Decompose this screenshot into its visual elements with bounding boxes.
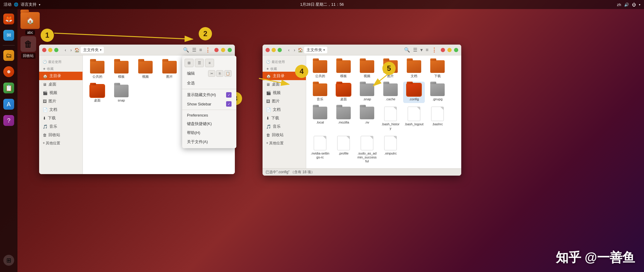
dock: 🦊 ✉ 🗂 ⊕ 📋 A ? ⊞ [0, 9, 17, 272]
fm-r-gong[interactable]: 公共的 [309, 58, 331, 80]
fm-sidebar-downloads-right[interactable]: ⬇ 下载 [263, 114, 306, 122]
dock-icon-files[interactable]: 🗂 [2, 48, 16, 62]
menu-icon-cut[interactable]: ✂ [208, 70, 215, 77]
menu-icon-copy[interactable]: ⎘ [216, 70, 223, 77]
fm-r-profile[interactable]: .profile [333, 134, 354, 165]
fm-r-documents[interactable]: 文档 [403, 58, 425, 80]
dock-icon-mail[interactable]: ✉ [2, 28, 16, 42]
fm-r-bashrc[interactable]: .bashrc [427, 105, 448, 132]
fm-sidebar-downloads-left[interactable]: ⬇ 下载 [39, 114, 82, 122]
fm-sidebar-video-left[interactable]: 🎬 视频 [39, 89, 82, 97]
fm-file-snap[interactable]: snap [110, 83, 132, 104]
fm-close-btn-right[interactable] [266, 48, 270, 52]
fm-r-bash-history[interactable]: .bash_history [380, 105, 401, 132]
fm-file-desktop[interactable]: 桌面 [86, 83, 108, 104]
fm-r-downloads[interactable]: 下载 [427, 58, 448, 80]
fm-sidebar-other-left[interactable]: + 其他位置 [39, 139, 82, 147]
menu-item-help[interactable]: 帮助(H) [182, 128, 236, 137]
fm-sidebar-trash-left[interactable]: 🗑 回收站 [39, 131, 82, 139]
fm-menu-btn-right[interactable]: ⋮ [431, 46, 438, 54]
menu-item-select-all[interactable]: 全选 [182, 79, 236, 88]
fm-r-sudo[interactable]: .sudo_as_admin_successful [356, 134, 378, 165]
fm-breadcrumb-right[interactable]: 主文件夹 ▾ [304, 47, 327, 53]
watermark: 知乎 @一善鱼 [556, 249, 635, 266]
dock-icon-notes[interactable]: 📋 [2, 81, 16, 95]
power-icon[interactable]: ⏻ [632, 2, 636, 7]
fm-search-btn-right[interactable]: 🔍 [403, 46, 411, 54]
activities-label[interactable]: 活动 [4, 2, 11, 7]
folder-icon-desktop [90, 85, 104, 97]
fm-r-mozilla[interactable]: .mozilla [333, 105, 354, 132]
fm-sidebar-pictures-left[interactable]: 🖼 图片 [39, 97, 82, 105]
menu-item-shortcuts[interactable]: 键盘快捷键(K) [182, 119, 236, 128]
fm-back-btn-right[interactable]: ‹ [287, 47, 291, 53]
menu-item-preferences[interactable]: Preferences [182, 111, 236, 119]
system-menu-arrow[interactable]: ▾ [639, 3, 640, 6]
notes-icon: 📋 [3, 83, 14, 93]
file-r-bashrc [431, 107, 444, 121]
fm-min-btn-right[interactable] [272, 48, 276, 52]
menu-icon-paste[interactable]: 📋 [224, 70, 232, 77]
topbar-right: zh 🔊 ⏻ ▾ [617, 2, 640, 7]
lang-support-label[interactable]: 语言支持 [21, 2, 36, 7]
menu-icon-compact-view[interactable]: ≡ [205, 59, 214, 67]
appstore-icon: A [3, 99, 14, 110]
dock-bottom-items: ⊞ [2, 253, 16, 269]
video-icon-left: 🎬 [43, 91, 48, 95]
fm-max-btn-right[interactable] [278, 48, 282, 52]
fm-forward-btn-right[interactable]: › [292, 47, 297, 53]
fm-sidebar-documents-right[interactable]: 📄 文档 [263, 105, 306, 114]
menu-icon-list-view[interactable]: ☰ [195, 59, 204, 67]
fm-sidebar-desktop-left[interactable]: 🖥 桌面 [39, 80, 82, 89]
dock-icon-firefox[interactable]: 🦊 [2, 12, 16, 26]
fm-sort-btn-right[interactable]: ☰ [412, 46, 418, 54]
annotation-5: 5 [382, 62, 396, 75]
sound-icon[interactable]: 🔊 [624, 2, 629, 7]
fm-win-max-right[interactable] [454, 48, 458, 52]
folder-r-template [336, 60, 351, 73]
fm-win-max-left[interactable] [228, 48, 232, 52]
lang-dropdown-icon[interactable]: ▾ [39, 3, 40, 6]
fm-sidebar-pictures-right[interactable]: 🖼 图片 [263, 97, 306, 105]
dock-icon-grid[interactable]: ⊞ [2, 253, 16, 267]
topbar-datetime: 1月28日 星期二，11：56 [300, 2, 344, 7]
menu-item-show-hidden[interactable]: 显示隐藏文件(H) ✓ [182, 90, 236, 99]
trash-icon-sidebar-right: 🗑 [266, 133, 270, 137]
fm-sidebar-documents-left[interactable]: 📄 文档 [39, 105, 82, 114]
fm-win-min-right[interactable] [447, 48, 452, 52]
fm-win-close-left[interactable] [214, 48, 219, 52]
fm-sidebar-music-left[interactable]: 🎵 音乐 [39, 122, 82, 131]
fm-view-btn-right[interactable]: ≡ [425, 46, 429, 54]
fm-r-nv[interactable]: .nv [356, 105, 378, 132]
fm-r-gnupg[interactable]: .gnupg [427, 82, 448, 103]
fm-window-right: ‹ › 🏠 主文件夹 ▾ 🔍 ☰ ▾ ≡ ⋮ 🕐 最近使用 ★ [263, 45, 461, 176]
fm-r-template[interactable]: 模板 [333, 58, 354, 80]
folder-icon-snap [114, 85, 129, 97]
menu-item-about[interactable]: 关于文件(A) [182, 137, 236, 146]
fm-r-desktop[interactable]: 桌面 [333, 82, 354, 103]
fm-r-nvidia[interactable]: .nvidia-settings-rc [309, 134, 331, 165]
lang-indicator[interactable]: zh [617, 2, 621, 7]
dock-icon-help[interactable]: ? [2, 114, 16, 127]
menu-item-edit[interactable]: 编辑 ✂ ⎘ 📋 [182, 68, 236, 79]
file-r-bash-history [384, 107, 397, 121]
fm-win-close-right[interactable] [441, 48, 445, 52]
dock-icon-appstore[interactable]: A [2, 97, 16, 111]
fm-sidebar-music-right[interactable]: 🎵 音乐 [263, 122, 306, 131]
fm-sidebar-other-right[interactable]: + 其他位置 [263, 139, 306, 147]
fm-sort2-btn-right[interactable]: ▾ [419, 46, 424, 54]
fm-r-bash-logout[interactable]: .bash_logout [403, 105, 425, 132]
dock-icon-ubuntu[interactable]: ⊕ [2, 65, 16, 79]
dock-separator [3, 45, 15, 45]
fm-win-min-left[interactable] [221, 48, 225, 52]
grid-icon: ⊞ [3, 255, 14, 266]
menu-item-show-sidebar[interactable]: Show Sidebar ✓ [182, 99, 236, 108]
music-icon-left: 🎵 [43, 124, 48, 129]
fm-r-xinputrc[interactable]: .xinputrc [380, 134, 401, 165]
fm-sidebar-trash-right[interactable]: 🗑 回收站 [263, 131, 306, 139]
fm-r-music[interactable]: 音乐 [309, 82, 331, 103]
fm-r-local[interactable]: .local [309, 105, 331, 132]
trash-icon-sidebar-left: 🗑 [43, 133, 47, 137]
menu-icon-grid-view[interactable]: ⊞ [185, 59, 194, 67]
fm-r-config[interactable]: .config [403, 82, 425, 103]
